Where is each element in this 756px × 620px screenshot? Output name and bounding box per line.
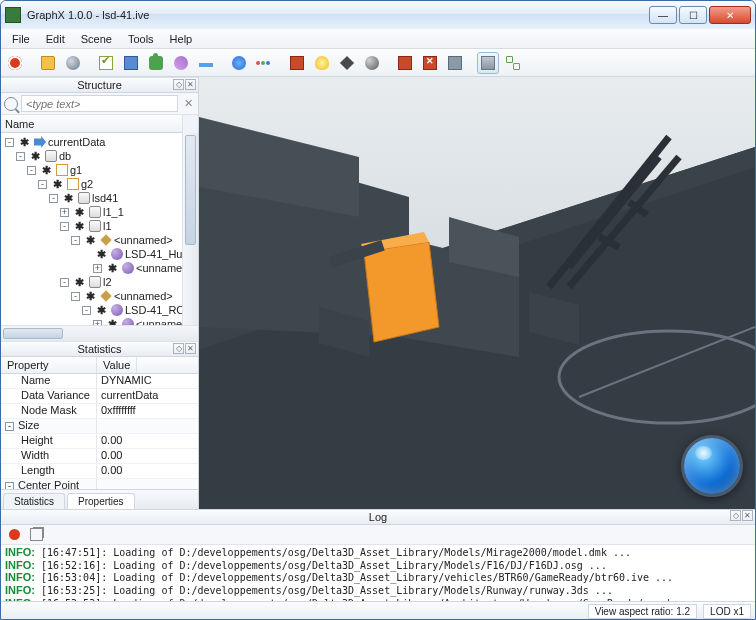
collapse-icon[interactable]: -	[5, 138, 14, 147]
collapse-icon[interactable]: -	[82, 306, 91, 315]
property-row[interactable]: NameDYNAMIC	[1, 374, 198, 389]
tree-node[interactable]: -<unnamed>	[1, 289, 198, 303]
tree-node[interactable]: LSD-41_Hul	[1, 247, 198, 261]
minimize-button[interactable]: —	[649, 6, 677, 24]
tree-node[interactable]: -<unnamed>	[1, 233, 198, 247]
remove-brick-button[interactable]	[419, 52, 441, 74]
log-clear-button[interactable]	[5, 527, 23, 543]
plugin-button[interactable]	[145, 52, 167, 74]
arrows-icon	[232, 56, 246, 70]
collapse-icon[interactable]: -	[71, 292, 80, 301]
property-row[interactable]: -Size	[1, 419, 198, 434]
layers-button[interactable]	[477, 52, 499, 74]
menu-help[interactable]: Help	[163, 31, 200, 47]
tree-node[interactable]: +l1_1	[1, 205, 198, 219]
menu-tools[interactable]: Tools	[121, 31, 161, 47]
menu-scene[interactable]: Scene	[74, 31, 119, 47]
viewport-3d[interactable]	[199, 77, 755, 509]
search-input[interactable]	[21, 95, 178, 112]
add-brick-button[interactable]	[394, 52, 416, 74]
tree-node[interactable]: -currentData	[1, 135, 198, 149]
tree-node[interactable]: -l2	[1, 275, 198, 289]
pin-icon[interactable]: ◇	[730, 510, 741, 521]
tree-node[interactable]: +<unnamed>	[1, 317, 198, 325]
stop-button[interactable]	[4, 52, 26, 74]
solid-button[interactable]	[336, 52, 358, 74]
property-row[interactable]: Width0.00	[1, 449, 198, 464]
log-copy-button[interactable]	[27, 527, 45, 543]
tree-node[interactable]: -g2	[1, 177, 198, 191]
spread-icon	[506, 56, 520, 70]
diam-icon	[100, 290, 111, 301]
log-output[interactable]: INFO: [16:47:51]: Loading of D:/developp…	[1, 545, 755, 601]
tab-statistics[interactable]: Statistics	[3, 493, 65, 509]
collapse-icon[interactable]: -	[60, 222, 69, 231]
property-row[interactable]: Length0.00	[1, 464, 198, 479]
effects-button[interactable]	[170, 52, 192, 74]
collapse-icon[interactable]: -	[71, 236, 80, 245]
property-key: Length	[1, 464, 97, 478]
spread-button[interactable]	[502, 52, 524, 74]
scene-tree[interactable]: -currentData-db-g1-g2-lsd41+l1_1-l1-<unn…	[1, 133, 198, 325]
collapse-icon[interactable]: -	[38, 180, 47, 189]
structure-column-header[interactable]: Name	[1, 115, 198, 133]
tree-scrollbar-h[interactable]	[1, 325, 198, 341]
tree-node[interactable]: -lsd41	[1, 191, 198, 205]
pin-icon[interactable]: ◇	[173, 79, 184, 90]
tree-node-label: currentData	[48, 136, 105, 148]
property-row[interactable]: Data VariancecurrentData	[1, 389, 198, 404]
panel-close-icon[interactable]: ✕	[185, 79, 196, 90]
compass-gizmo[interactable]	[681, 435, 743, 497]
rgb-button[interactable]	[253, 52, 275, 74]
collapse-icon[interactable]: -	[27, 166, 36, 175]
tab-properties[interactable]: Properties	[67, 493, 135, 509]
open-button[interactable]	[37, 52, 59, 74]
validate-button[interactable]	[95, 52, 117, 74]
col-property[interactable]: Property	[1, 357, 97, 373]
close-button[interactable]: ✕	[709, 6, 751, 24]
rgb-icon	[256, 59, 272, 67]
x-icon	[106, 262, 118, 274]
group-toggle-icon[interactable]: -	[5, 422, 14, 431]
panel-close-icon[interactable]: ✕	[185, 343, 196, 354]
x-icon	[51, 178, 63, 190]
folder-icon	[41, 56, 55, 70]
expand-icon[interactable]: +	[93, 264, 102, 273]
tree-node[interactable]: -l1	[1, 219, 198, 233]
tree-node[interactable]: -LSD-41_RC0	[1, 303, 198, 317]
tree-node[interactable]: +<unnamed>	[1, 261, 198, 275]
brick-button[interactable]	[286, 52, 308, 74]
menu-edit[interactable]: Edit	[39, 31, 72, 47]
col-value[interactable]: Value	[97, 357, 137, 373]
menu-file[interactable]: File	[5, 31, 37, 47]
tree-node[interactable]: -g1	[1, 163, 198, 177]
tree-scrollbar-v[interactable]	[182, 133, 198, 325]
pin-icon[interactable]: ◇	[173, 343, 184, 354]
puzzle-icon	[149, 56, 163, 70]
collapse-button[interactable]	[195, 52, 217, 74]
log-line: INFO: [16:53:25]: Loading of D:/developp…	[5, 584, 751, 597]
scrollbar-thumb[interactable]	[3, 328, 63, 339]
scrollbar-thumb[interactable]	[185, 135, 196, 245]
property-row[interactable]: Height0.00	[1, 434, 198, 449]
light-button[interactable]	[311, 52, 333, 74]
tree-node[interactable]: -db	[1, 149, 198, 163]
stop-icon	[8, 56, 22, 70]
group-toggle-icon[interactable]: -	[5, 482, 14, 490]
collapse-icon[interactable]: -	[16, 152, 25, 161]
panel-close-icon[interactable]: ✕	[742, 510, 753, 521]
globe-button[interactable]	[62, 52, 84, 74]
property-row[interactable]: -Center Point	[1, 479, 198, 489]
property-key: Data Variance	[1, 389, 97, 403]
tree-node-label: <unnamed>	[114, 290, 173, 302]
property-row[interactable]: Node Mask0xffffffff	[1, 404, 198, 419]
collapse-icon[interactable]: -	[60, 278, 69, 287]
save-button[interactable]	[120, 52, 142, 74]
collapse-icon[interactable]: -	[49, 194, 58, 203]
gray-brick-button[interactable]	[444, 52, 466, 74]
expand-icon[interactable]: +	[60, 208, 69, 217]
clear-search-button[interactable]: ✕	[181, 97, 195, 111]
sphere-button[interactable]	[361, 52, 383, 74]
maximize-button[interactable]: ☐	[679, 6, 707, 24]
move-button[interactable]	[228, 52, 250, 74]
